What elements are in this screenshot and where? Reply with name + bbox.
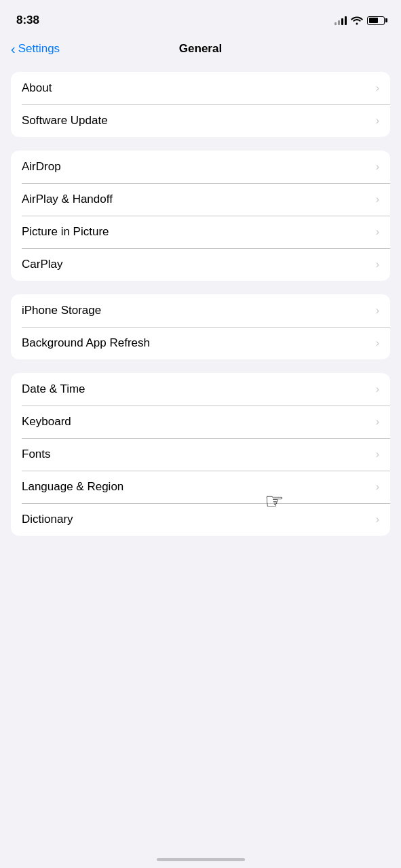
fonts-row[interactable]: Fonts › — [11, 438, 390, 471]
airplay-handoff-row[interactable]: AirPlay & Handoff › — [11, 183, 390, 216]
airdrop-label: AirDrop — [22, 160, 61, 174]
settings-group-1: About › Software Update › — [11, 72, 390, 137]
background-app-refresh-row[interactable]: Background App Refresh › — [11, 327, 390, 359]
chevron-right-icon: › — [376, 513, 379, 526]
signal-icon — [335, 16, 347, 25]
picture-in-picture-row[interactable]: Picture in Picture › — [11, 216, 390, 248]
chevron-right-icon: › — [376, 161, 379, 173]
carplay-label: CarPlay — [22, 258, 62, 271]
language-region-row[interactable]: Language & Region › — [11, 471, 390, 503]
settings-group-3: iPhone Storage › Background App Refresh … — [11, 294, 390, 359]
software-update-row[interactable]: Software Update › — [11, 104, 390, 137]
chevron-right-icon: › — [376, 82, 379, 94]
chevron-right-icon: › — [376, 337, 379, 349]
chevron-right-icon: › — [376, 481, 379, 493]
back-label: Settings — [18, 42, 60, 56]
chevron-right-icon: › — [376, 258, 379, 271]
airdrop-row[interactable]: AirDrop › — [11, 151, 390, 183]
picture-in-picture-label: Picture in Picture — [22, 225, 109, 239]
chevron-right-icon: › — [376, 416, 379, 428]
date-time-row[interactable]: Date & Time › — [11, 373, 390, 406]
settings-group-4: Date & Time › Keyboard › Fonts › Languag… — [11, 373, 390, 536]
about-label: About — [22, 81, 52, 95]
back-button[interactable]: ‹ Settings — [11, 42, 60, 56]
airplay-handoff-label: AirPlay & Handoff — [22, 193, 113, 206]
software-update-label: Software Update — [22, 114, 108, 127]
fonts-label: Fonts — [22, 448, 51, 461]
wifi-icon — [351, 16, 363, 25]
iphone-storage-label: iPhone Storage — [22, 304, 101, 317]
page-title: General — [179, 42, 222, 56]
chevron-right-icon: › — [376, 115, 379, 127]
dictionary-label: Dictionary — [22, 513, 73, 526]
battery-icon — [367, 16, 385, 25]
date-time-label: Date & Time — [22, 382, 85, 396]
language-region-label: Language & Region — [22, 480, 123, 494]
dictionary-row[interactable]: Dictionary › — [11, 503, 390, 536]
home-indicator — [157, 858, 245, 861]
chevron-right-icon: › — [376, 383, 379, 395]
chevron-right-icon: › — [376, 448, 379, 460]
background-app-refresh-label: Background App Refresh — [22, 336, 150, 350]
status-bar: 8:38 — [0, 0, 401, 37]
back-chevron-icon: ‹ — [11, 42, 16, 56]
nav-bar: ‹ Settings General — [0, 37, 401, 66]
about-row[interactable]: About › — [11, 72, 390, 104]
chevron-right-icon: › — [376, 226, 379, 238]
iphone-storage-row[interactable]: iPhone Storage › — [11, 294, 390, 327]
keyboard-row[interactable]: Keyboard › — [11, 406, 390, 438]
chevron-right-icon: › — [376, 304, 379, 317]
settings-group-2: AirDrop › AirPlay & Handoff › Picture in… — [11, 151, 390, 281]
chevron-right-icon: › — [376, 193, 379, 205]
status-time: 8:38 — [16, 14, 39, 27]
settings-content: About › Software Update › AirDrop › AirP… — [0, 66, 401, 571]
carplay-row[interactable]: CarPlay › — [11, 248, 390, 281]
keyboard-label: Keyboard — [22, 415, 71, 429]
status-icons — [335, 16, 385, 25]
